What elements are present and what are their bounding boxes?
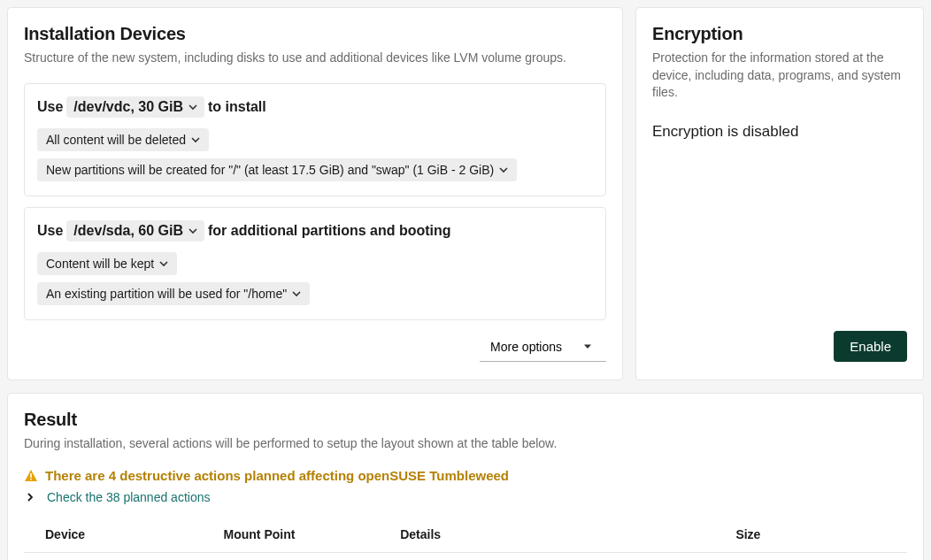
- check-actions-row[interactable]: Check the 38 planned actions: [24, 490, 907, 504]
- chevron-down-icon: [499, 165, 508, 174]
- installation-desc: Structure of the new system, including d…: [24, 50, 606, 67]
- result-desc: During installation, several actions wil…: [24, 435, 907, 453]
- result-card: Result During installation, several acti…: [7, 393, 924, 560]
- cell-device: /dev/sda: [24, 553, 219, 560]
- encryption-card: Encryption Protection for the informatio…: [635, 7, 924, 380]
- cell-mount: [219, 553, 396, 560]
- installation-devices-card: Installation Devices Structure of the ne…: [7, 7, 623, 380]
- chevron-right-icon: [24, 490, 36, 504]
- destructive-warning: There are 4 destructive actions planned …: [24, 468, 907, 483]
- table-row: /dev/sda BD-344GS GPT 60 GiB: [24, 553, 907, 560]
- col-details: Details: [395, 520, 730, 553]
- result-table: Device Mount Point Details Size /dev/sda…: [24, 520, 907, 560]
- result-title: Result: [24, 410, 907, 430]
- enable-button[interactable]: Enable: [834, 331, 907, 362]
- svg-rect-0: [30, 473, 32, 478]
- encryption-title: Encryption: [652, 24, 907, 44]
- device-header: Use /dev/vdc, 30 GiB to install: [37, 96, 593, 118]
- use-label: Use: [37, 99, 63, 115]
- chevron-down-icon: [189, 103, 197, 111]
- device-name: /dev/vdc, 30 GiB: [73, 99, 183, 115]
- device-selector[interactable]: /dev/sda, 60 GiB: [66, 220, 204, 242]
- use-label: Use: [37, 223, 63, 239]
- encryption-status: Encryption is disabled: [652, 123, 907, 141]
- warning-icon: [24, 469, 38, 483]
- svg-rect-1: [30, 479, 32, 480]
- encryption-desc: Protection for the information stored at…: [652, 50, 907, 102]
- device-box: Use /dev/sda, 60 GiB for additional part…: [24, 207, 606, 320]
- device-box: Use /dev/vdc, 30 GiB to install All cont…: [24, 83, 606, 196]
- cell-details: BD-344GS GPT: [395, 553, 730, 560]
- device-header: Use /dev/sda, 60 GiB for additional part…: [37, 220, 593, 242]
- content-policy-chip[interactable]: All content will be deleted: [37, 128, 209, 151]
- check-actions-link[interactable]: Check the 38 planned actions: [47, 490, 210, 504]
- device-selector[interactable]: /dev/vdc, 30 GiB: [66, 96, 204, 118]
- device-suffix: for additional partitions and booting: [208, 223, 451, 239]
- col-size: Size: [730, 520, 907, 553]
- content-policy-chip[interactable]: Content will be kept: [37, 252, 177, 275]
- partition-plan-chip[interactable]: An existing partition will be used for "…: [37, 282, 310, 305]
- chevron-down-icon: [159, 259, 168, 268]
- chevron-down-icon: [189, 226, 197, 235]
- caret-down-icon: [583, 340, 592, 354]
- col-mount: Mount Point: [219, 520, 396, 553]
- chevron-down-icon: [191, 135, 200, 144]
- device-suffix: to install: [208, 99, 266, 115]
- partition-plan-chip[interactable]: New partitions will be created for "/" (…: [37, 158, 517, 181]
- installation-title: Installation Devices: [24, 24, 606, 44]
- table-header-row: Device Mount Point Details Size: [24, 520, 907, 553]
- device-name: /dev/sda, 60 GiB: [73, 223, 183, 239]
- chevron-down-icon: [292, 289, 301, 298]
- cell-size: 60 GiB: [730, 553, 907, 560]
- more-options-button[interactable]: More options: [480, 333, 606, 362]
- col-device: Device: [24, 520, 219, 553]
